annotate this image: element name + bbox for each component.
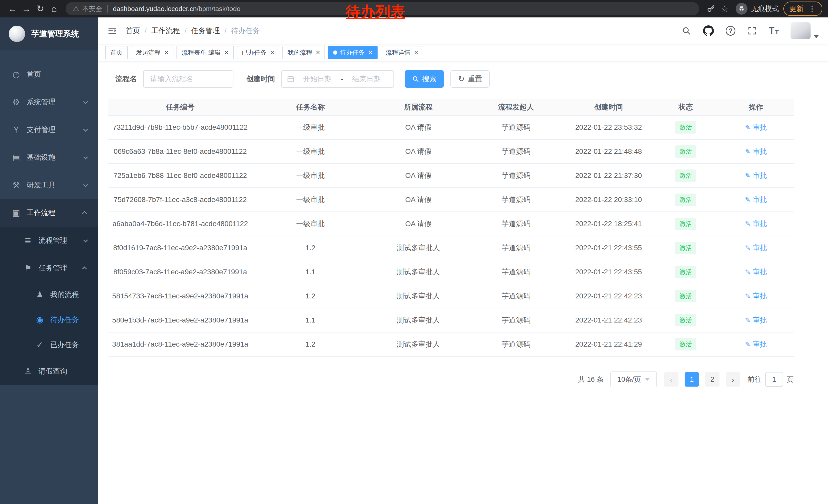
sidebar-item-todo-tasks[interactable]: ◉待办任务	[0, 307, 98, 332]
tab-close-icon[interactable]: ×	[164, 49, 168, 56]
sidebar-item-label: 工作流程	[27, 208, 83, 218]
chevron-down-icon	[83, 238, 88, 242]
page-button-2[interactable]: 2	[705, 372, 719, 386]
end-date-placeholder[interactable]: 结束日期	[345, 74, 388, 84]
tab-done-tasks[interactable]: 已办任务×	[237, 46, 279, 59]
tab-form-edit[interactable]: 流程表单-编辑×	[176, 46, 234, 59]
approve-label: 审批	[753, 219, 767, 229]
approve-link[interactable]: ✎审批	[745, 123, 767, 132]
warning-icon: ⚠	[73, 5, 79, 13]
breadcrumb-item-2[interactable]: 工作流程	[151, 26, 180, 36]
help-icon[interactable]: ?	[726, 26, 735, 36]
approve-link[interactable]: ✎审批	[745, 339, 767, 349]
home-icon[interactable]: ⌂	[47, 2, 61, 16]
search-button[interactable]: 搜索	[405, 70, 444, 88]
avatar[interactable]	[791, 22, 819, 39]
approve-link[interactable]: ✎审批	[745, 147, 767, 156]
breadcrumb-item-3[interactable]: 任务管理	[191, 26, 220, 36]
navbar: 首页/工作流程/任务管理/待办任务 ? TT	[98, 17, 828, 44]
cell-action: ✎审批	[718, 116, 794, 139]
prev-page-button[interactable]: ‹	[664, 372, 678, 386]
star-icon[interactable]: ☆	[721, 4, 729, 14]
sidebar-item-leave-query[interactable]: ♙请假查询	[0, 357, 98, 385]
app: 芋道管理系统 ◷首页⚙系统管理¥支付管理▤基础设施⚒研发工具▣工作流程≣流程管理…	[0, 17, 828, 504]
font-size-icon[interactable]: TT	[769, 26, 779, 35]
edit-icon: ✎	[745, 148, 750, 155]
hamburger-icon[interactable]	[107, 26, 118, 36]
incognito-badge: 无痕模式	[736, 3, 779, 15]
pager: 12	[681, 372, 722, 386]
status-badge: 激活	[675, 145, 696, 158]
forward-icon[interactable]: →	[19, 2, 33, 16]
edit-icon: ✎	[745, 268, 750, 276]
next-page-button[interactable]: ›	[726, 372, 740, 386]
active-dot-icon	[333, 50, 337, 55]
cell-action: ✎审批	[718, 188, 794, 212]
approve-link[interactable]: ✎审批	[745, 243, 767, 253]
github-icon[interactable]	[703, 26, 714, 36]
breadcrumb-item-1[interactable]: 首页	[126, 26, 140, 36]
sidebar-item-system[interactable]: ⚙系统管理	[0, 88, 98, 116]
approve-link[interactable]: ✎审批	[745, 171, 767, 180]
cell-action: ✎审批	[718, 236, 794, 260]
key-icon[interactable]	[706, 4, 716, 13]
tab-start-process[interactable]: 发起流程×	[131, 46, 173, 59]
cell-id: 069c6a63-7b8a-11ec-8ef0-acde48001122	[108, 139, 252, 164]
date-range-picker[interactable]: 开始日期 - 结束日期	[281, 70, 394, 88]
cell-starter: 芋道源码	[468, 139, 564, 164]
page-size-select[interactable]: 10条/页	[610, 371, 657, 387]
sidebar-item-home[interactable]: ◷首页	[0, 60, 98, 88]
tab-my-process[interactable]: 我的流程×	[282, 46, 325, 59]
search-icon[interactable]	[681, 26, 691, 36]
sidebar-item-my-process[interactable]: ♟我的流程	[0, 282, 98, 307]
cell-time: 2022-01-21 22:41:29	[564, 332, 653, 356]
goto-page-input[interactable]	[765, 372, 783, 387]
cell-name: 一级审批	[252, 139, 369, 164]
tab-close-icon[interactable]: ×	[368, 49, 372, 56]
tab-todo-tasks[interactable]: 待办任务×	[328, 46, 377, 59]
update-button[interactable]: 更新 ⋮	[783, 2, 822, 16]
cell-flow: OA 请假	[369, 164, 468, 188]
approve-link[interactable]: ✎审批	[745, 195, 767, 204]
cell-flow: 测试多审批人	[369, 236, 468, 260]
tab-close-icon[interactable]: ×	[316, 49, 320, 56]
approve-link[interactable]: ✎审批	[745, 291, 767, 301]
process-name-input[interactable]	[143, 70, 234, 88]
page-button-1[interactable]: 1	[685, 372, 699, 386]
reset-button[interactable]: ↻ 重置	[450, 70, 490, 88]
cell-action: ✎审批	[718, 260, 794, 284]
sidebar-item-task-mgmt[interactable]: ⚑任务管理	[0, 254, 98, 282]
tab-label: 发起流程	[136, 48, 161, 57]
tab-close-icon[interactable]: ×	[224, 49, 228, 56]
tab-label: 流程表单-编辑	[181, 48, 220, 57]
sidebar-item-process-mgmt[interactable]: ≣流程管理	[0, 227, 98, 254]
start-date-placeholder[interactable]: 开始日期	[295, 74, 339, 84]
fullscreen-icon[interactable]	[747, 26, 757, 36]
reload-icon[interactable]: ↻	[33, 2, 47, 16]
menu-dots-icon[interactable]: ⋮	[808, 5, 816, 13]
status-badge: 激活	[675, 242, 696, 254]
tab-home[interactable]: 首页	[105, 46, 128, 59]
breadcrumb-separator: /	[225, 27, 227, 35]
sidebar-item-done-tasks[interactable]: ✓已办任务	[0, 332, 98, 357]
breadcrumb: 首页/工作流程/任务管理/待办任务	[126, 26, 260, 36]
sidebar-item-payment[interactable]: ¥支付管理	[0, 116, 98, 144]
sidebar-item-workflow[interactable]: ▣工作流程	[0, 199, 98, 227]
status-badge: 激活	[675, 218, 696, 230]
approve-link[interactable]: ✎审批	[745, 315, 767, 325]
column-header-3: 所属流程	[369, 99, 468, 116]
sidebar-item-devtools[interactable]: ⚒研发工具	[0, 171, 98, 199]
tab-process-detail[interactable]: 流程详情×	[381, 46, 423, 59]
cell-status: 激活	[653, 260, 718, 284]
tab-close-icon[interactable]: ×	[270, 49, 274, 56]
approve-link[interactable]: ✎审批	[745, 219, 767, 229]
back-icon[interactable]: ←	[6, 2, 19, 16]
approve-link[interactable]: ✎审批	[745, 267, 767, 277]
approve-label: 审批	[753, 171, 767, 180]
cell-status: 激活	[653, 139, 718, 164]
cell-id: 58154733-7ac8-11ec-a9e2-a2380e71991a	[108, 284, 252, 308]
tab-close-icon[interactable]: ×	[414, 49, 418, 56]
edit-icon: ✎	[745, 124, 750, 132]
approve-label: 审批	[753, 339, 767, 349]
sidebar-item-infra[interactable]: ▤基础设施	[0, 144, 98, 171]
